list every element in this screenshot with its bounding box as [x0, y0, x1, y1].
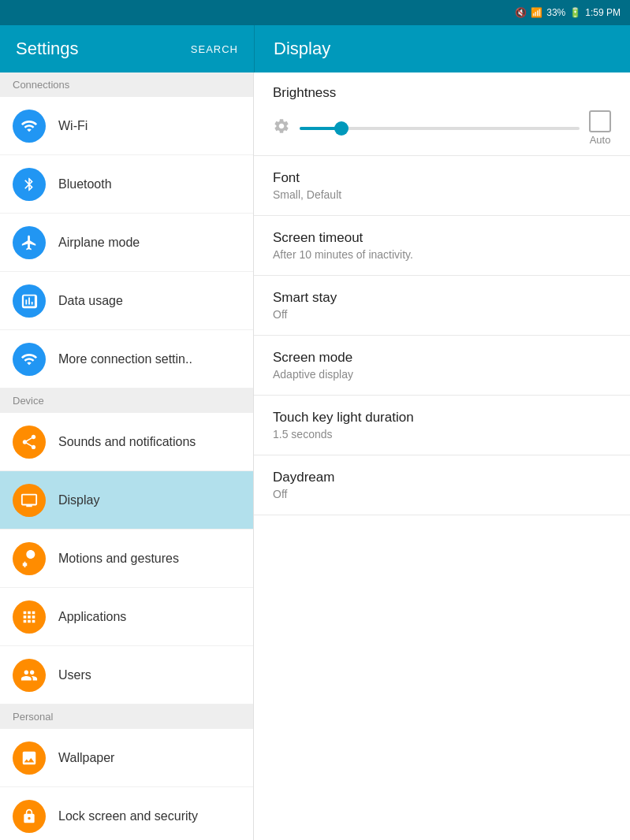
display-icon [13, 484, 46, 517]
applications-icon [13, 600, 46, 634]
daydream-title: Daydream [273, 470, 611, 485]
sidebar-item-wallpaper[interactable]: Wallpaper [0, 729, 253, 787]
status-icons: 🔇 📶 33% 🔋 1:59 PM [515, 7, 621, 18]
daydream-row[interactable]: Daydream Off [254, 455, 630, 515]
lockscreen-label: Lock screen and security [58, 809, 198, 823]
sounds-label: Sounds and notifications [58, 435, 196, 449]
users-icon [13, 659, 46, 692]
motions-icon [13, 542, 46, 575]
auto-label: Auto [590, 134, 611, 146]
smartstay-title: Smart stay [273, 290, 611, 306]
section-personal: Personal [0, 704, 253, 729]
brightness-controls: Auto [273, 110, 611, 146]
clock: 1:59 PM [585, 7, 621, 18]
sidebar: Connections Wi-Fi Bluetooth Airplane mod… [0, 72, 254, 840]
datausage-icon [13, 284, 46, 318]
wifi-icon [13, 110, 46, 143]
applications-label: Applications [58, 610, 126, 624]
sounds-icon [13, 426, 46, 459]
font-subtitle: Small, Default [273, 188, 611, 201]
app-header: Settings SEARCH Display [0, 25, 630, 72]
screenmode-subtitle: Adaptive display [273, 368, 611, 381]
brightness-title: Brightness [273, 85, 611, 101]
airplane-icon [13, 226, 46, 259]
main-layout: Connections Wi-Fi Bluetooth Airplane mod… [0, 72, 630, 840]
sidebar-item-moreconn[interactable]: More connection settin.. [0, 330, 253, 388]
wifi-label: Wi-Fi [58, 119, 88, 133]
smartstay-row[interactable]: Smart stay Off [254, 276, 630, 336]
lockscreen-icon [13, 800, 46, 833]
wifi-icon: 📶 [531, 7, 542, 18]
font-title: Font [273, 170, 611, 186]
touchkey-subtitle: 1.5 seconds [273, 428, 611, 440]
airplane-label: Airplane mode [58, 236, 140, 250]
daydream-subtitle: Off [273, 488, 611, 500]
battery-icon: 🔋 [569, 7, 581, 18]
screentimeout-subtitle: After 10 minutes of inactivity. [273, 248, 611, 261]
font-row[interactable]: Font Small, Default [254, 156, 630, 216]
auto-checkbox[interactable] [589, 110, 611, 132]
sidebar-item-users[interactable]: Users [0, 646, 253, 704]
smartstay-subtitle: Off [273, 308, 611, 321]
brightness-slider[interactable] [300, 127, 580, 130]
screentimeout-row[interactable]: Screen timeout After 10 minutes of inact… [254, 216, 630, 276]
sidebar-item-sounds[interactable]: Sounds and notifications [0, 413, 253, 471]
display-label: Display [58, 493, 99, 507]
touchkey-row[interactable]: Touch key light duration 1.5 seconds [254, 396, 630, 455]
wallpaper-icon [13, 742, 46, 775]
moreconn-icon [13, 343, 46, 376]
sidebar-item-datausage[interactable]: Data usage [0, 272, 253, 330]
section-device: Device [0, 388, 253, 413]
datausage-label: Data usage [58, 294, 123, 308]
motions-label: Motions and gestures [58, 552, 179, 566]
battery-percent: 33% [546, 7, 565, 18]
sidebar-item-lockscreen[interactable]: Lock screen and security [0, 787, 253, 840]
users-label: Users [58, 668, 91, 682]
brightness-row[interactable]: Brightness Auto [254, 72, 630, 156]
header-right: Display [255, 39, 630, 59]
header-left: Settings SEARCH [0, 39, 254, 59]
screentimeout-title: Screen timeout [273, 230, 611, 246]
sidebar-item-display[interactable]: Display [0, 471, 253, 530]
wallpaper-label: Wallpaper [58, 751, 114, 765]
screenmode-row[interactable]: Screen mode Adaptive display [254, 336, 630, 396]
sidebar-item-airplane[interactable]: Airplane mode [0, 214, 253, 272]
sidebar-item-bluetooth[interactable]: Bluetooth [0, 155, 253, 214]
touchkey-title: Touch key light duration [273, 410, 611, 426]
bluetooth-label: Bluetooth [58, 177, 112, 191]
bluetooth-icon [13, 168, 46, 201]
status-bar: 🔇 📶 33% 🔋 1:59 PM [0, 0, 630, 25]
screenmode-title: Screen mode [273, 350, 611, 366]
sidebar-item-applications[interactable]: Applications [0, 588, 253, 646]
auto-checkbox-wrap[interactable]: Auto [589, 110, 611, 146]
page-title: Display [274, 39, 330, 59]
search-button[interactable]: SEARCH [191, 43, 238, 55]
content-area: Brightness Auto Font Small, Default [254, 72, 630, 840]
section-connections: Connections [0, 72, 253, 97]
slider-thumb [334, 121, 349, 136]
sidebar-item-wifi[interactable]: Wi-Fi [0, 97, 253, 155]
sidebar-item-motions[interactable]: Motions and gestures [0, 530, 253, 588]
mute-icon: 🔇 [515, 7, 527, 18]
moreconn-label: More connection settin.. [58, 352, 192, 366]
brightness-low-icon [273, 117, 290, 139]
app-title: Settings [16, 39, 79, 59]
